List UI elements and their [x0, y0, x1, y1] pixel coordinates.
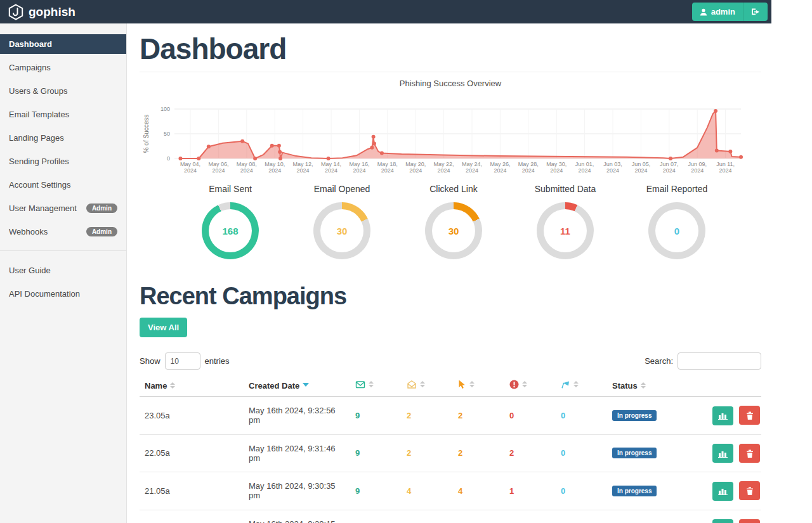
sidebar-item-user-management[interactable]: User Management Admin	[0, 198, 126, 218]
page-title: Dashboard	[140, 32, 761, 65]
campaign-results-button[interactable]	[712, 482, 733, 501]
campaign-submitted-count: 2	[504, 434, 556, 472]
svg-text:2024: 2024	[719, 167, 732, 174]
user-icon	[700, 8, 707, 16]
campaign-created-date: May 16th 2024, 9:29:15 pm	[244, 510, 350, 523]
svg-text:2024: 2024	[268, 167, 281, 174]
campaign-reported-count: 0	[556, 397, 607, 435]
campaign-row: 23.05a May 16th 2024, 9:32:56 pm 9 2 2 0…	[140, 397, 761, 435]
svg-text:May 16,: May 16,	[349, 161, 369, 167]
campaigns-table: Name Created Date	[140, 376, 761, 523]
logout-button[interactable]	[743, 3, 768, 21]
stat-label: Email Reported	[629, 184, 724, 194]
campaign-delete-button[interactable]	[739, 444, 760, 463]
sidebar-item-sending-profiles[interactable]: Sending Profiles	[0, 152, 126, 171]
svg-text:May 30,: May 30,	[546, 161, 566, 167]
sidebar-footer-nav: User Guide API Documentation	[0, 261, 126, 304]
svg-text:Jun 01,: Jun 01,	[575, 161, 594, 167]
campaign-sent-count: 9	[350, 397, 402, 435]
campaign-delete-button[interactable]	[739, 519, 760, 523]
view-all-button[interactable]: View All	[140, 318, 187, 337]
stats-row: Email Sent 168 Email Opened 30 Clicked L…	[183, 184, 724, 259]
campaign-clicked-count: 4	[453, 472, 504, 510]
svg-text:2024: 2024	[297, 167, 310, 174]
stat-donut: 11	[537, 202, 594, 259]
svg-text:May 12,: May 12,	[293, 161, 313, 167]
sidebar-item-campaigns[interactable]: Campaigns	[0, 58, 126, 77]
section-title: Recent Campaigns	[140, 282, 761, 310]
column-header-actions	[678, 376, 761, 397]
svg-text:Jun 09,: Jun 09,	[688, 161, 707, 167]
campaign-reported-count: 0	[556, 434, 607, 472]
sidebar-item-user-guide[interactable]: User Guide	[0, 261, 126, 280]
stat-donut: 0	[648, 202, 705, 259]
entries-label: entries	[205, 356, 230, 366]
svg-text:2024: 2024	[663, 167, 676, 174]
sidebar-item-api-documentation[interactable]: API Documentation	[0, 284, 126, 304]
sidebar-item-landing-pages[interactable]: Landing Pages	[0, 128, 126, 148]
campaign-results-button[interactable]	[712, 444, 733, 463]
sidebar-item-dashboard[interactable]: Dashboard	[0, 34, 126, 54]
svg-text:2024: 2024	[212, 167, 225, 174]
svg-text:Jun 11,: Jun 11,	[716, 161, 735, 167]
svg-text:May 06,: May 06,	[208, 161, 228, 167]
page-size-input[interactable]	[165, 352, 200, 370]
sort-descending-icon	[303, 383, 309, 387]
sidebar-item-email-templates[interactable]: Email Templates	[0, 105, 126, 124]
column-header-email-opened[interactable]	[402, 376, 453, 397]
trash-icon	[746, 486, 754, 495]
status-badge: In progress	[612, 486, 657, 496]
status-badge: In progress	[612, 410, 657, 421]
status-badge: In progress	[612, 448, 657, 458]
svg-text:% of Success: % of Success	[143, 115, 150, 153]
svg-text:May 10,: May 10,	[265, 161, 285, 167]
svg-text:May 08,: May 08,	[237, 161, 257, 167]
page-size-control: Show entries	[140, 352, 230, 370]
sort-carets-icon	[522, 381, 527, 387]
svg-text:50: 50	[164, 131, 170, 137]
stat-donut: 168	[202, 202, 259, 259]
svg-text:2024: 2024	[550, 167, 563, 174]
column-header-created-date[interactable]: Created Date	[244, 376, 350, 397]
campaign-sent-count: 9	[350, 434, 402, 472]
campaign-opened-count: 4	[402, 472, 453, 510]
brand-link[interactable]: gophish	[8, 4, 75, 20]
admin-badge: Admin	[86, 227, 117, 236]
campaign-name: 22.05a	[140, 434, 244, 472]
search-input[interactable]	[678, 352, 761, 370]
column-header-email-sent[interactable]	[350, 376, 402, 397]
svg-text:2024: 2024	[466, 167, 478, 174]
stat-value: 30	[432, 209, 475, 252]
campaign-row: 20.05a May 16th 2024, 9:29:15 pm 9 2 2 1…	[140, 510, 761, 523]
sidebar-nav: Dashboard Campaigns Users & Groups Email…	[0, 34, 126, 242]
campaign-delete-button[interactable]	[739, 481, 760, 500]
svg-text:May 20,: May 20,	[405, 161, 426, 167]
column-header-clicked-link[interactable]	[453, 376, 504, 397]
campaign-clicked-count: 2	[453, 434, 504, 472]
campaign-opened-count: 2	[402, 434, 453, 472]
sidebar-item-users-groups[interactable]: Users & Groups	[0, 81, 126, 101]
sidebar-item-account-settings[interactable]: Account Settings	[0, 175, 126, 195]
campaign-results-button[interactable]	[712, 519, 733, 523]
svg-text:2024: 2024	[579, 167, 591, 174]
sort-carets-icon	[573, 381, 579, 387]
column-header-submitted-data[interactable]	[504, 376, 556, 397]
svg-text:Jun 05,: Jun 05,	[632, 161, 651, 167]
svg-text:May 26,: May 26,	[490, 161, 510, 167]
campaign-row: 22.05a May 16th 2024, 9:31:46 pm 9 2 2 2…	[140, 434, 761, 472]
title-divider	[140, 72, 761, 72]
campaign-submitted-count: 0	[504, 397, 556, 435]
top-navbar: gophish admin	[0, 0, 771, 23]
stat-column: Email Reported 0	[629, 184, 724, 259]
campaign-created-date: May 16th 2024, 9:32:56 pm	[244, 397, 350, 435]
campaign-results-button[interactable]	[712, 406, 733, 425]
user-menu-button[interactable]: admin	[692, 3, 743, 21]
column-header-email-reported[interactable]	[556, 376, 607, 397]
sidebar-item-webhooks[interactable]: Webhooks Admin	[0, 222, 126, 242]
column-header-name[interactable]: Name	[140, 376, 244, 397]
stat-value: 168	[209, 209, 252, 252]
admin-badge: Admin	[86, 203, 117, 213]
column-header-status[interactable]: Status	[607, 376, 678, 397]
stat-column: Email Sent 168	[183, 184, 278, 259]
campaign-delete-button[interactable]	[739, 406, 760, 425]
